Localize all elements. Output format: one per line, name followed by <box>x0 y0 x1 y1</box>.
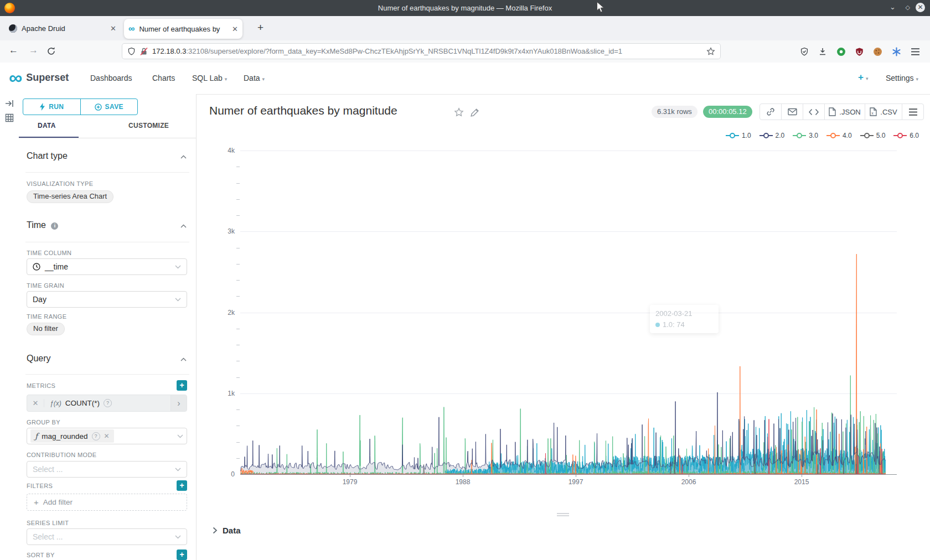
edit-pencil-icon[interactable] <box>470 108 479 117</box>
tab-close-icon[interactable]: ✕ <box>110 24 116 33</box>
reload-icon[interactable] <box>46 46 56 56</box>
browser-tab-bar: Apache Druid ✕ ∞ Numer of earthquakes by… <box>0 16 930 41</box>
section-time[interactable]: Time i <box>27 220 58 230</box>
csv-export-button[interactable]: x.CSV <box>865 103 902 120</box>
json-export-button[interactable]: .JSON <box>824 103 865 120</box>
shield-icon[interactable] <box>127 47 136 56</box>
legend-label: 5.0 <box>876 132 886 139</box>
superset-logo[interactable]: ∞ Superset <box>9 67 69 88</box>
legend-label: 4.0 <box>843 132 852 139</box>
menu-icon[interactable] <box>911 48 920 56</box>
y-minor-tick <box>236 248 240 248</box>
collapse-caret-icon[interactable] <box>180 224 187 228</box>
new-tab-button[interactable]: + <box>257 22 264 34</box>
plus-circle-icon <box>95 103 102 111</box>
back-icon[interactable]: ← <box>9 45 18 56</box>
legend-item-5.0[interactable]: 5.0 <box>860 132 886 139</box>
series-limit-select[interactable]: Select ... <box>27 528 187 545</box>
collapse-caret-icon[interactable] <box>180 155 187 159</box>
extension-asterisk-icon[interactable] <box>892 47 901 56</box>
pocket-shield-icon[interactable] <box>800 47 809 56</box>
save-button[interactable]: SAVE <box>81 99 138 115</box>
bolt-icon <box>39 103 45 111</box>
add-sort-button[interactable]: + <box>177 549 187 560</box>
tab-customize[interactable]: CUSTOMIZE <box>128 122 169 129</box>
menu-button[interactable] <box>902 103 924 120</box>
forward-icon[interactable]: → <box>29 45 38 56</box>
row-count-badge: 6.31k rows <box>652 106 698 118</box>
chevron-down-icon <box>175 535 181 539</box>
expand-metric-icon[interactable]: › <box>170 395 187 411</box>
add-filter-plus-button[interactable]: + <box>177 480 187 491</box>
group-by-chip[interactable]: ƒ mag_rounded ? ✕ <box>30 429 114 443</box>
code-button[interactable] <box>803 103 825 120</box>
add-filter-button[interactable]: + Add filter <box>27 494 187 511</box>
nav-item-data[interactable]: Data▾ <box>244 74 265 82</box>
x-axis-line <box>240 474 897 475</box>
help-icon[interactable]: ? <box>104 399 112 407</box>
browser-tab-druid[interactable]: Apache Druid ✕ <box>4 19 121 38</box>
legend-item-4.0[interactable]: 4.0 <box>826 132 852 139</box>
tab-data[interactable]: DATA <box>38 122 56 129</box>
insecure-lock-icon[interactable] <box>140 47 148 56</box>
mail-button[interactable] <box>781 103 803 120</box>
nav-item-sql-lab[interactable]: SQL Lab▾ <box>192 74 227 82</box>
data-results-panel-header[interactable]: Data <box>213 526 241 535</box>
remove-chip-icon[interactable]: ✕ <box>104 432 110 440</box>
group-by-select[interactable]: ƒ mag_rounded ? ✕ <box>27 428 187 444</box>
browser-toolbar: ← → 172.18.0.3:32108/superset/explore/?f… <box>0 40 930 63</box>
group-by-value: mag_rounded <box>42 432 87 440</box>
datasource-grid-icon[interactable] <box>4 113 14 123</box>
chevron-down-icon <box>175 468 181 471</box>
nav-item-dashboards[interactable]: Dashboards <box>90 74 132 82</box>
metrics-label: METRICS <box>27 382 55 389</box>
legend-marker-icon <box>793 132 806 139</box>
tab-close-icon[interactable]: ✕ <box>232 25 238 33</box>
chart-title: Numer of earthquakes by magnitude <box>209 104 397 117</box>
expand-panel-icon[interactable] <box>4 98 14 108</box>
time-grain-select[interactable]: Day <box>27 291 187 308</box>
extension-cookie-icon[interactable] <box>873 47 882 56</box>
favorite-star-icon[interactable] <box>454 107 464 117</box>
legend-item-2.0[interactable]: 2.0 <box>760 132 785 139</box>
metric-chip[interactable]: ✕ ƒ(x) COUNT(*) ? › <box>27 395 187 412</box>
contribution-mode-label: CONTRIBUTION MODE <box>27 452 97 458</box>
add-metric-button[interactable]: + <box>177 380 187 391</box>
remove-metric-icon[interactable]: ✕ <box>27 399 44 407</box>
viz-type-pill[interactable]: Time-series Area Chart <box>27 190 113 203</box>
svg-text:x: x <box>872 111 874 115</box>
extension-ublock-icon[interactable] <box>855 47 864 56</box>
metric-value: COUNT(*) <box>65 399 100 407</box>
legend-item-6.0[interactable]: 6.0 <box>893 132 919 139</box>
url-bar[interactable]: 172.18.0.3:32108/superset/explore/?form_… <box>122 43 721 59</box>
panel-resize-handle[interactable] <box>552 512 574 517</box>
bookmark-star-icon[interactable] <box>706 47 715 56</box>
extension-green-icon[interactable] <box>836 47 846 56</box>
window-close-button[interactable]: ✕ <box>916 3 925 12</box>
nav-item-charts[interactable]: Charts <box>152 74 175 82</box>
settings-menu[interactable]: Settings▾ <box>886 74 918 82</box>
legend-item-1.0[interactable]: 1.0 <box>726 132 751 139</box>
legend-marker-icon <box>893 132 907 139</box>
download-icon[interactable] <box>818 47 827 56</box>
series-dot-icon <box>655 323 660 327</box>
x-axis-tick <box>350 475 350 477</box>
x-axis-label: 1979 <box>338 478 362 486</box>
time-range-pill[interactable]: No filter <box>27 323 65 335</box>
window-minimize-button[interactable]: ⌄ <box>890 3 896 11</box>
chart-canvas[interactable] <box>240 151 897 474</box>
help-icon[interactable]: ? <box>92 432 100 440</box>
plus-icon: + <box>34 497 39 507</box>
section-query[interactable]: Query <box>27 354 51 364</box>
browser-tab-superset[interactable]: ∞ Numer of earthquakes by ✕ <box>124 19 242 39</box>
section-chart-type[interactable]: Chart type <box>27 151 68 161</box>
window-maximize-button[interactable]: ◇ <box>906 4 910 11</box>
time-column-select[interactable]: __time <box>27 258 187 275</box>
link-button[interactable] <box>760 103 782 120</box>
add-new-button[interactable]: +▾ <box>858 72 868 83</box>
run-button[interactable]: RUN <box>23 99 81 115</box>
legend-item-3.0[interactable]: 3.0 <box>793 132 818 139</box>
collapse-caret-icon[interactable] <box>180 357 187 361</box>
contribution-mode-select[interactable]: Select ... <box>27 461 187 478</box>
y-minor-tick <box>236 458 240 459</box>
